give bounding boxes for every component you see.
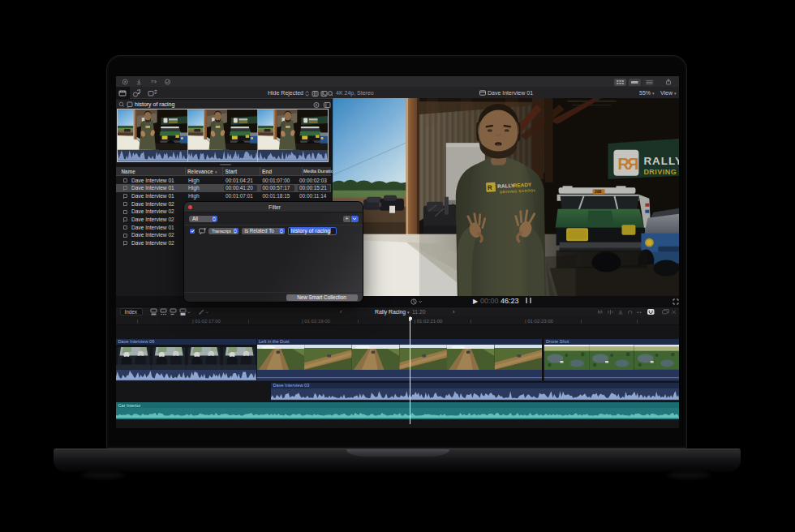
svg-text:Dave Interview 06: Dave Interview 06: [118, 339, 155, 344]
svg-text:Drone Shot: Drone Shot: [546, 339, 569, 344]
svg-text:Left in the Dust: Left in the Dust: [259, 339, 290, 344]
